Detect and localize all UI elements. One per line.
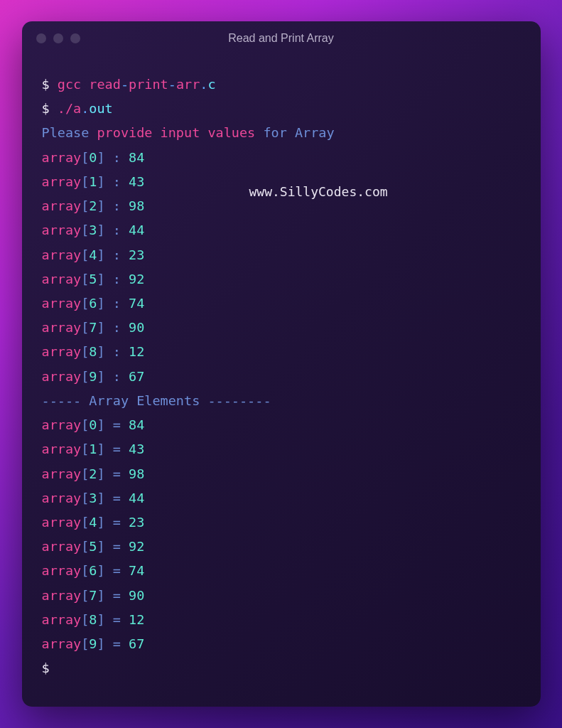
cmd-print: print (129, 77, 168, 92)
maximize-icon[interactable] (70, 33, 80, 43)
sep-dash2: -------- (200, 393, 271, 408)
bracket-close: ] (97, 417, 104, 432)
text-provide: provide (97, 125, 152, 140)
equals: = (105, 441, 129, 456)
equals: = (105, 466, 129, 481)
array-index: 9 (89, 369, 97, 384)
bracket-close: ] (97, 588, 104, 603)
array-value: 84 (129, 150, 144, 165)
bracket-open: [ (81, 539, 89, 554)
cmd-ext: c (207, 77, 215, 92)
array-label: array (42, 491, 82, 505)
array-label: array (42, 296, 82, 311)
input-line: array[9] : 67 (42, 365, 521, 389)
final-prompt-line: $ (42, 656, 521, 680)
bracket-open: [ (81, 247, 89, 262)
array-label: array (42, 515, 82, 530)
bracket-open: [ (81, 636, 89, 651)
array-label: array (42, 198, 82, 213)
array-index: 5 (89, 272, 97, 287)
array-value: 90 (129, 588, 144, 603)
bracket-open: [ (81, 515, 89, 530)
colon: : (105, 320, 129, 335)
bracket-open: [ (81, 612, 89, 627)
array-label: array (42, 174, 82, 189)
text-input: input (161, 125, 200, 140)
sep-dash1: ----- (42, 393, 90, 408)
array-index: 3 (89, 491, 97, 505)
bracket-open: [ (81, 491, 89, 505)
array-value: 23 (129, 515, 144, 530)
array-index: 9 (89, 636, 97, 651)
array-label: array (42, 369, 82, 384)
text-please: Please (42, 125, 90, 140)
prompt-message: Please provide input values for Array (42, 121, 521, 145)
text-values: values (207, 125, 255, 140)
bracket-open: [ (81, 223, 89, 237)
bracket-open: [ (81, 563, 89, 578)
array-index: 7 (89, 320, 97, 335)
bracket-open: [ (81, 272, 89, 287)
array-label: array (42, 588, 82, 603)
input-line: array[4] : 23 (42, 243, 521, 267)
colon: : (105, 223, 129, 237)
array-index: 8 (89, 612, 97, 627)
window-controls (36, 33, 80, 43)
array-index: 6 (89, 296, 97, 311)
array-index: 6 (89, 563, 97, 578)
colon: : (105, 150, 129, 165)
minimize-icon[interactable] (53, 33, 63, 43)
array-label: array (42, 150, 82, 165)
array-index: 4 (89, 247, 97, 262)
text-for: for (263, 125, 286, 140)
array-label: array (42, 344, 82, 359)
output-line: array[0] = 84 (42, 413, 521, 437)
array-value: 44 (129, 491, 144, 505)
array-value: 74 (129, 563, 144, 578)
input-line: array[7] : 90 (42, 316, 521, 340)
array-label: array (42, 320, 82, 335)
equals: = (105, 636, 129, 651)
array-label: array (42, 247, 82, 262)
array-value: 67 (129, 636, 144, 651)
bracket-close: ] (97, 515, 104, 530)
bracket-close: ] (97, 320, 104, 335)
cmd-arr: arr (176, 77, 200, 92)
cmd-gcc: gcc read (58, 77, 121, 92)
bracket-close: ] (97, 563, 104, 578)
equals: = (105, 491, 129, 505)
bracket-close: ] (97, 491, 104, 505)
bracket-close: ] (97, 198, 104, 213)
close-icon[interactable] (36, 33, 46, 43)
command-line-1: $ gcc read-print-arr.c (42, 73, 521, 97)
equals: = (105, 588, 129, 603)
array-value: 23 (129, 247, 144, 262)
array-label: array (42, 466, 82, 481)
array-index: 0 (89, 150, 97, 165)
colon: : (105, 272, 129, 287)
array-index: 8 (89, 344, 97, 359)
equals: = (105, 515, 129, 530)
colon: : (105, 369, 129, 384)
prompt: $ (42, 660, 58, 675)
array-label: array (42, 223, 82, 237)
bracket-close: ] (97, 441, 104, 456)
output-line: array[9] = 67 (42, 632, 521, 656)
output-line: array[5] = 92 (42, 535, 521, 559)
colon: : (105, 174, 129, 189)
output-line: array[7] = 90 (42, 584, 521, 608)
bracket-close: ] (97, 612, 104, 627)
colon: : (105, 198, 129, 213)
bracket-close: ] (97, 272, 104, 287)
input-line: array[3] : 44 (42, 218, 521, 242)
input-line: array[6] : 74 (42, 291, 521, 316)
bracket-open: [ (81, 174, 89, 189)
bracket-close: ] (97, 150, 104, 165)
terminal-body[interactable]: www.SillyCodes.com $ gcc read-print-arr.… (22, 55, 541, 707)
array-label: array (42, 612, 82, 627)
command-line-2: $ ./a.out (42, 97, 521, 121)
window-title: Read and Print Array (22, 32, 541, 45)
colon: : (105, 344, 129, 359)
array-value: 43 (129, 174, 144, 189)
bracket-open: [ (81, 588, 89, 603)
